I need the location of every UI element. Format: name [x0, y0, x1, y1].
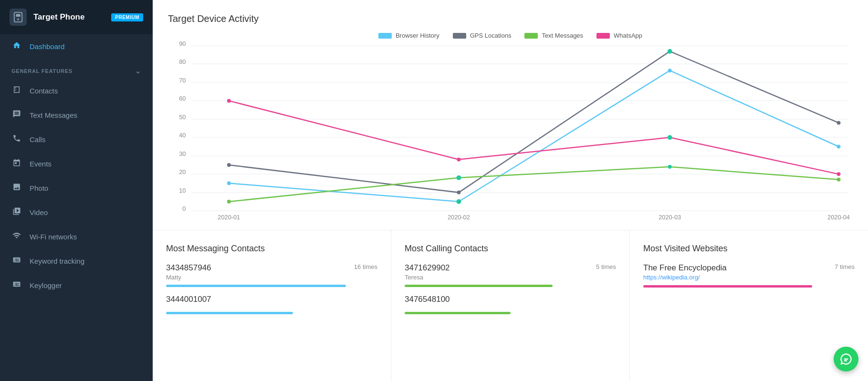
sidebar-item-keylogger[interactable]: Keylogger — [0, 273, 153, 298]
svg-text:10: 10 — [179, 187, 186, 194]
messaging-contact-0: 3434857946 Matty — [166, 263, 211, 281]
card-calling-title: Most Calling Contacts — [405, 244, 616, 254]
sidebar-label-wifi: Wi-Fi networks — [30, 233, 77, 241]
svg-text:30: 30 — [179, 150, 186, 157]
contacts-icon — [11, 85, 22, 96]
svg-point-41 — [668, 165, 672, 169]
svg-point-42 — [837, 178, 841, 182]
svg-rect-0 — [14, 12, 22, 22]
sidebar-header: Target Phone PREMIUM — [0, 0, 153, 34]
calling-row-1: 3476548100 — [405, 295, 616, 314]
legend-gps-locations: GPS Locations — [453, 32, 512, 39]
sidebar-item-video[interactable]: Video — [0, 200, 153, 225]
chart-section: Target Device Activity Browser History G… — [153, 0, 868, 230]
svg-point-33 — [668, 69, 672, 72]
svg-text:2020-02: 2020-02 — [448, 214, 470, 221]
sidebar-item-wifi[interactable]: Wi-Fi networks — [0, 225, 153, 249]
keylogger-icon — [11, 280, 22, 291]
logo-icon — [10, 9, 27, 26]
sidebar-label-keylogger: Keylogger — [30, 281, 62, 289]
svg-point-36 — [457, 157, 460, 161]
calling-count-0: 5 times — [596, 263, 616, 270]
sidebar-item-keyword-tracking[interactable]: Keyword tracking — [0, 249, 153, 273]
calling-bar-0 — [405, 285, 553, 287]
sidebar-label-photo: Photo — [30, 184, 48, 192]
website-row-info: The Free Encyclopedia https://wikipedia.… — [643, 263, 855, 281]
sidebar-label-keyword-tracking: Keyword tracking — [30, 257, 84, 265]
calling-contact-1: 3476548100 — [405, 295, 450, 304]
sidebar-item-photo[interactable]: Photo — [0, 176, 153, 200]
chart-title: Target Device Activity — [168, 13, 853, 24]
card-websites-title: Most Visited Websites — [643, 244, 855, 254]
keyboard-icon — [11, 256, 22, 267]
messaging-bar-0 — [166, 285, 346, 287]
main-content: Target Device Activity Browser History G… — [153, 0, 868, 381]
sidebar-item-events[interactable]: Events — [0, 152, 153, 176]
svg-text:2020-01: 2020-01 — [218, 214, 240, 221]
chevron-up-icon: ⌄ — [135, 67, 141, 75]
svg-point-40 — [456, 175, 461, 180]
sidebar-item-dashboard[interactable]: Dashboard — [0, 34, 153, 59]
sidebar-item-text-messages[interactable]: Text Messages — [0, 103, 153, 127]
website-name-0: The Free Encyclopedia — [643, 263, 727, 273]
svg-rect-1 — [16, 14, 20, 17]
website-row-0: The Free Encyclopedia https://wikipedia.… — [643, 263, 855, 288]
svg-text:2020-03: 2020-03 — [659, 214, 681, 221]
cards-section: Most Messaging Contacts 3434857946 Matty… — [153, 230, 868, 381]
legend-color-whatsapp — [596, 33, 610, 39]
messaging-number-0: 3434857946 — [166, 263, 211, 273]
sidebar-item-calls[interactable]: Calls — [0, 127, 153, 152]
calling-number-0: 3471629902 — [405, 263, 450, 273]
website-url-0[interactable]: https://wikipedia.org/ — [643, 274, 700, 281]
calling-name-0: Teresa — [405, 274, 450, 281]
messaging-row-info-1: 3444001007 — [166, 295, 377, 304]
website-item-0: The Free Encyclopedia https://wikipedia.… — [643, 263, 727, 281]
svg-point-28 — [457, 191, 460, 195]
chat-bubble[interactable] — [834, 347, 858, 371]
messaging-number-1: 3444001007 — [166, 295, 211, 304]
svg-text:20: 20 — [179, 168, 186, 175]
svg-point-29 — [668, 49, 672, 54]
svg-point-38 — [837, 172, 841, 176]
svg-text:0: 0 — [182, 205, 186, 212]
messaging-bar-1 — [166, 312, 293, 314]
text-messages-icon — [11, 110, 22, 121]
legend-label-gps: GPS Locations — [470, 32, 512, 39]
events-icon — [11, 158, 22, 169]
card-calling: Most Calling Contacts 3471629902 Teresa … — [391, 230, 630, 381]
svg-point-35 — [227, 99, 231, 103]
legend-color-text — [524, 33, 538, 39]
website-count-0: 7 times — [835, 263, 855, 270]
svg-point-39 — [227, 200, 231, 204]
legend-label-browser: Browser History — [396, 32, 439, 39]
messaging-contact-1: 3444001007 — [166, 295, 211, 304]
svg-point-31 — [227, 181, 231, 185]
photo-icon — [11, 183, 22, 194]
sidebar-label-contacts: Contacts — [30, 87, 58, 95]
card-websites: Most Visited Websites The Free Encyclope… — [630, 230, 868, 381]
sidebar-item-contacts[interactable]: Contacts — [0, 79, 153, 103]
svg-point-37 — [668, 135, 672, 140]
sidebar-label-calls: Calls — [30, 135, 45, 144]
legend-label-text: Text Messages — [542, 32, 583, 39]
messaging-count-0: 16 times — [354, 263, 377, 270]
legend-browser-history: Browser History — [378, 32, 439, 39]
home-icon — [11, 41, 22, 52]
svg-point-30 — [837, 121, 841, 125]
legend-color-browser — [378, 33, 392, 39]
svg-text:80: 80 — [179, 58, 186, 65]
svg-text:2020-04: 2020-04 — [827, 214, 850, 221]
sidebar-label-events: Events — [30, 160, 52, 168]
svg-point-34 — [837, 145, 841, 149]
card-messaging-title: Most Messaging Contacts — [166, 244, 377, 254]
messaging-row-1: 3444001007 — [166, 295, 377, 314]
svg-text:60: 60 — [179, 95, 186, 102]
svg-text:50: 50 — [179, 113, 186, 121]
calling-row-info: 3471629902 Teresa 5 times — [405, 263, 616, 281]
wifi-icon — [11, 231, 22, 242]
premium-badge: PREMIUM — [111, 13, 143, 21]
messaging-row-0: 3434857946 Matty 16 times — [166, 263, 377, 287]
svg-point-2 — [17, 19, 19, 21]
chart-legend: Browser History GPS Locations Text Messa… — [168, 32, 853, 39]
svg-point-32 — [456, 199, 461, 204]
